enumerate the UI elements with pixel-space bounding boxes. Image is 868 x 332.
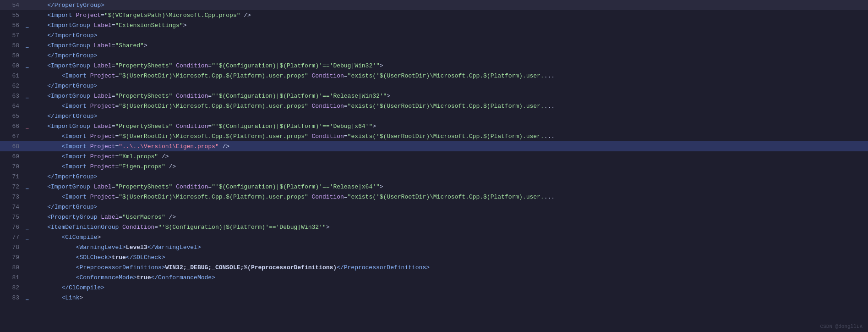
token-attr-name: Label — [94, 93, 112, 100]
code-editor: 54 </PropertyGroup>55 <Import Project="$… — [0, 0, 868, 332]
fold-icon[interactable]: ⎯ — [26, 93, 29, 99]
token-attr-name: Condition — [312, 103, 344, 110]
token-text: ... — [544, 103, 555, 110]
line-number: 71 — [0, 173, 23, 180]
line-content: <Import Project="$(UserRootDir)\Microsof… — [31, 133, 868, 140]
line-number: 75 — [0, 214, 23, 221]
token-text: > — [372, 123, 376, 130]
fold-gutter[interactable]: ⎯ — [23, 123, 31, 129]
line-number: 62 — [0, 83, 23, 89]
token-text: > — [183, 22, 187, 29]
token-text: = — [154, 224, 158, 231]
line-content: <ClCompile> — [31, 234, 868, 241]
line-content: <ImportGroup Label="PropertySheets" Cond… — [31, 183, 868, 190]
line-number: 59 — [0, 52, 23, 59]
token-text — [90, 22, 94, 29]
token-attr-value: "$(UserRootDir)\Microsoft.Cpp.$(Platform… — [119, 72, 308, 79]
token-text — [172, 62, 176, 69]
fold-icon[interactable]: ⎯ — [26, 123, 29, 129]
token-slash: > — [94, 204, 98, 210]
token-keyword-bold: WIN32;_DEBUG;_CONSOLE;%(PreprocessorDefi… — [165, 264, 337, 271]
token-text — [90, 93, 94, 100]
fold-gutter[interactable]: ⎯ — [23, 184, 31, 189]
token-attr-value: "ExtensionSettings" — [115, 22, 183, 29]
token-keyword-bold: true — [112, 254, 126, 261]
fold-icon[interactable]: ⎯ — [26, 22, 29, 28]
line-number: 58 — [0, 42, 23, 49]
token-attr-value: "Eigen.props" — [119, 163, 165, 170]
code-line: 66⎯ <ImportGroup Label="PropertySheets" … — [0, 121, 868, 131]
token-tag: <Import — [47, 12, 72, 19]
token-text: /> — [165, 214, 176, 221]
token-slash: </ — [126, 254, 133, 261]
token-tag: ImportGroup — [55, 113, 94, 120]
line-content: </PropertyGroup> — [31, 2, 868, 9]
token-attr-name: Label — [94, 22, 112, 29]
fold-icon[interactable]: ⎯ — [26, 224, 29, 230]
token-text: = — [119, 214, 122, 221]
fold-gutter[interactable]: ⎯ — [23, 22, 31, 28]
token-text: /> — [158, 153, 169, 160]
code-line: 65 </ImportGroup> — [0, 111, 868, 121]
token-slash: </ — [47, 173, 55, 180]
token-tag: WarningLevel — [154, 244, 197, 251]
code-line: 61 <Import Project="$(UserRootDir)\Micro… — [0, 71, 868, 81]
fold-gutter[interactable]: ⎯ — [23, 224, 31, 230]
token-tag: <PropertyGroup — [47, 214, 97, 221]
code-line: 79 <SDLCheck>true</SDLCheck> — [0, 252, 868, 262]
line-number: 55 — [0, 12, 23, 19]
token-slash: > — [101, 2, 104, 9]
token-slash: > — [162, 254, 165, 261]
line-content: </ImportGroup> — [31, 32, 868, 39]
token-attr-value: "$(UserRootDir)\Microsoft.Cpp.$(Platform… — [119, 103, 308, 110]
token-slash: </ — [47, 83, 55, 89]
token-tag: PropertyGroup — [55, 2, 101, 9]
code-line: 73 <Import Project="$(UserRootDir)\Micro… — [0, 192, 868, 202]
token-attr-value: "exists('$(UserRootDir)\Microsoft.Cpp.$(… — [348, 103, 544, 110]
token-text — [308, 133, 312, 140]
token-tag: ImportGroup — [55, 173, 94, 180]
token-attr-value: "PropertySheets" — [115, 123, 172, 130]
fold-icon[interactable]: ⎯ — [26, 43, 29, 48]
fold-icon[interactable]: ⎯ — [26, 63, 29, 68]
token-text: = — [344, 103, 348, 110]
token-tag: ImportGroup — [55, 83, 94, 89]
fold-gutter[interactable]: ⎯ — [23, 63, 31, 68]
code-line: 57 </ImportGroup> — [0, 30, 868, 40]
token-text — [90, 42, 94, 49]
fold-gutter[interactable]: ⎯ — [23, 234, 31, 240]
token-text — [87, 133, 90, 140]
token-text: ... — [544, 72, 555, 79]
token-text: = — [101, 12, 104, 19]
token-text: > — [79, 294, 83, 301]
token-slash: </ — [47, 32, 55, 39]
line-content: <Import Project="Eigen.props" /> — [31, 163, 868, 170]
code-line: 76⎯ <ItemDefinitionGroup Condition="'$(C… — [0, 222, 868, 232]
line-content: <SDLCheck>true</SDLCheck> — [31, 254, 868, 261]
token-tag: <ImportGroup — [47, 62, 90, 69]
token-tag: <ImportGroup — [47, 183, 90, 190]
code-line: 64 <Import Project="$(UserRootDir)\Micro… — [0, 101, 868, 111]
fold-icon[interactable]: ⎯ — [26, 234, 29, 240]
token-attr-name: Label — [101, 214, 119, 221]
line-number: 80 — [0, 264, 23, 271]
line-content: <ImportGroup Label="PropertySheets" Cond… — [31, 93, 868, 100]
line-content: <ImportGroup Label="PropertySheets" Cond… — [31, 62, 868, 69]
line-content: <Import Project="$(UserRootDir)\Microsof… — [31, 103, 868, 110]
line-content: <Import Project="Xml.props" /> — [31, 153, 868, 160]
fold-icon[interactable]: ⎯ — [26, 184, 29, 189]
fold-gutter[interactable]: ⎯ — [23, 93, 31, 99]
fold-gutter[interactable]: ⎯ — [23, 43, 31, 48]
line-content: <PropertyGroup Label="UserMacros" /> — [31, 214, 868, 221]
token-slash: </ — [47, 2, 55, 9]
token-text — [172, 93, 176, 100]
line-content: </ClCompile> — [31, 284, 868, 291]
code-line: 75 <PropertyGroup Label="UserMacros" /> — [0, 212, 868, 222]
fold-gutter[interactable]: ⎯ — [23, 295, 31, 300]
line-number: 81 — [0, 274, 23, 281]
code-line: 80 <PreprocessorDefinitions>WIN32;_DEBUG… — [0, 262, 868, 272]
token-text — [87, 103, 90, 110]
token-attr-value: "PropertySheets" — [115, 62, 172, 69]
fold-icon[interactable]: ⎯ — [26, 295, 29, 300]
line-number: 56 — [0, 22, 23, 29]
